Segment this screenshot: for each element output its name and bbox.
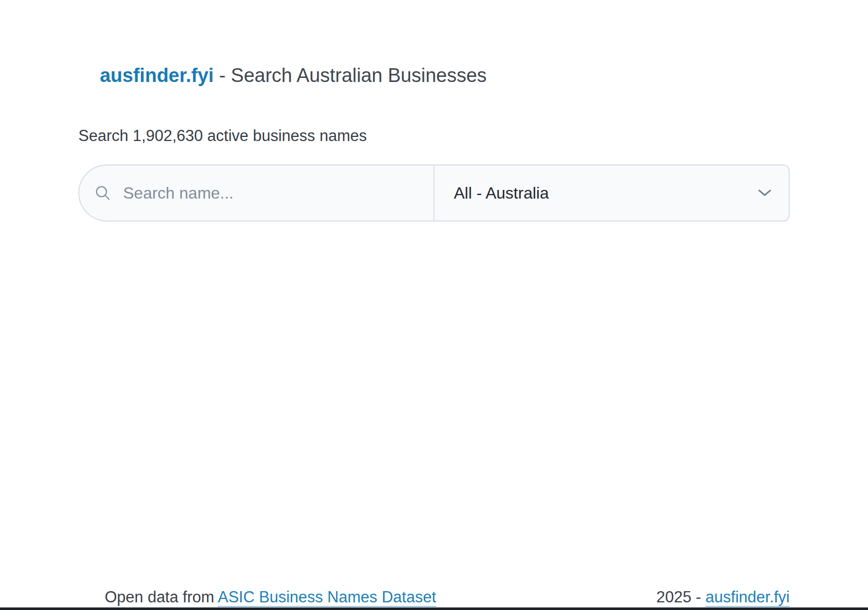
page: ausfinder.fyi - Search Australian Busine… — [0, 0, 868, 610]
search-icon — [95, 185, 111, 201]
page-title: ausfinder.fyi - Search Australian Busine… — [78, 43, 487, 108]
state-select[interactable]: All - Australia — [435, 165, 789, 220]
chevron-down-icon — [758, 189, 771, 197]
ausfinder-link[interactable]: ausfinder.fyi — [706, 588, 790, 606]
search-input[interactable] — [111, 184, 433, 203]
footer-attribution-text: Open data from — [105, 588, 218, 606]
footer: Open data from ASIC Business Names Datas… — [78, 570, 790, 610]
search-bar: All - Australia — [78, 164, 790, 221]
footer-attribution: Open data from ASIC Business Names Datas… — [78, 570, 436, 610]
footer-copyright: 2025 - ausfinder.fyi — [630, 570, 790, 610]
state-select-value: All - Australia — [454, 184, 549, 203]
footer-year-text: 2025 - — [656, 588, 706, 606]
tagline: Search 1,902,630 active business names — [78, 127, 367, 145]
page-title-subtitle: - Search Australian Businesses — [214, 65, 487, 86]
bottom-dark-bar — [0, 607, 868, 610]
asic-dataset-link[interactable]: ASIC Business Names Dataset — [218, 588, 436, 606]
brand-logo-text[interactable]: ausfinder.fyi — [100, 65, 214, 86]
search-field[interactable] — [79, 165, 433, 220]
